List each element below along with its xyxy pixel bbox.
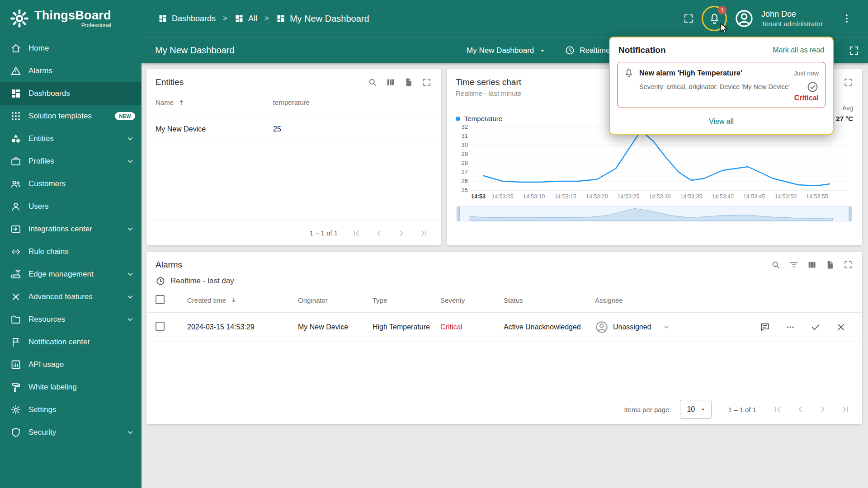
sidebar-item-edge-management[interactable]: Edge management (0, 263, 142, 286)
advanced-features-icon (10, 291, 21, 302)
sort-descending-icon (230, 296, 238, 304)
user-info[interactable]: John Doe Tenant administrator (761, 9, 834, 28)
column-header-created-time[interactable]: Created time (187, 296, 298, 304)
sidebar-item-users[interactable]: Users (0, 195, 142, 218)
export-icon[interactable] (825, 260, 835, 270)
notifications-button[interactable]: 1 (702, 6, 727, 31)
sidebar-item-rule-chains[interactable]: Rule chains (0, 240, 142, 263)
widget-title: Time series chart (456, 77, 521, 87)
svg-text:29: 29 (462, 150, 468, 157)
next-page-icon[interactable] (396, 228, 406, 238)
column-header-assignee[interactable]: Assignee (595, 296, 703, 304)
last-page-icon[interactable] (419, 228, 429, 238)
sidebar-item-alarms[interactable]: Alarms (0, 60, 142, 82)
integrations-center-icon (10, 224, 21, 235)
breadcrumb-label: Dashboards (172, 14, 216, 23)
sidebar-item-home[interactable]: Home (0, 37, 142, 60)
first-page-icon[interactable] (351, 228, 361, 238)
notification-popup: Notification Mark all as read New alarm … (609, 37, 834, 135)
mark-all-read-button[interactable]: Mark all as read (773, 46, 824, 54)
legend-item-temperature[interactable]: Temperature (456, 115, 502, 122)
fullscreen-icon[interactable] (843, 260, 853, 270)
dashboard-state-select[interactable]: My New Dashboard (467, 46, 547, 55)
breadcrumb-current-dashboard[interactable]: My New Dashboard (276, 14, 369, 24)
svg-text:26: 26 (462, 178, 468, 184)
column-header-originator[interactable]: Originator (298, 296, 373, 304)
sidebar-item-api-usage[interactable]: API usage (0, 353, 142, 376)
items-per-page-value: 10 (687, 405, 695, 413)
row-checkbox[interactable] (156, 322, 165, 331)
columns-icon[interactable] (386, 77, 396, 87)
assignee-select[interactable]: Unassigned (595, 320, 703, 334)
alarm-acknowledge-icon[interactable] (811, 322, 821, 332)
column-header-name[interactable]: Name (156, 99, 273, 107)
previous-page-icon[interactable] (374, 228, 384, 238)
fullscreen-icon[interactable] (843, 77, 853, 87)
alarm-more-actions-icon[interactable] (785, 322, 795, 332)
svg-text:14:53: 14:53 (471, 193, 486, 200)
filter-icon[interactable] (789, 260, 799, 270)
svg-text:27: 27 (462, 169, 468, 175)
sidebar-item-dashboards[interactable]: Dashboards (0, 82, 142, 105)
thingsboard-logo[interactable]: ThingsBoard Professional (0, 0, 142, 37)
api-usage-icon (10, 359, 21, 370)
svg-text:14:53:25: 14:53:25 (618, 193, 640, 200)
alarms-timewindow-button[interactable]: Realtime - last day (146, 270, 862, 286)
table-row[interactable]: My New Device 25 (146, 114, 441, 144)
next-page-icon[interactable] (818, 404, 828, 414)
svg-text:14:53:50: 14:53:50 (774, 193, 797, 200)
fullscreen-icon[interactable] (683, 13, 694, 24)
alarm-comment-icon[interactable] (760, 322, 770, 332)
view-all-button[interactable]: View all (709, 117, 734, 126)
svg-text:25: 25 (462, 187, 468, 193)
sidebar-item-security[interactable]: Security (0, 421, 142, 444)
svg-text:14:53:30: 14:53:30 (649, 193, 671, 200)
security-icon (10, 427, 21, 438)
chart-preview-scrollbar[interactable] (457, 206, 852, 221)
sidebar-item-white-labeling[interactable]: White labeling (0, 376, 142, 399)
dashboards-icon (10, 88, 21, 99)
select-all-checkbox[interactable] (156, 295, 165, 304)
columns-icon[interactable] (807, 260, 817, 270)
sidebar-item-settings[interactable]: Settings (0, 399, 142, 421)
search-icon[interactable] (368, 77, 377, 87)
export-icon[interactable] (404, 77, 414, 87)
table-row[interactable]: 2024-03-15 14:53:29 My New Device High T… (146, 312, 862, 342)
alarm-severity: Critical (440, 323, 504, 331)
sidebar-item-customers[interactable]: Customers (0, 173, 142, 195)
sidebar-item-label: Customers (28, 179, 66, 188)
fullscreen-icon[interactable] (422, 77, 432, 87)
last-page-icon[interactable] (840, 404, 850, 414)
white-labeling-icon (10, 382, 21, 393)
search-icon[interactable] (771, 260, 781, 270)
sidebar-item-solution-templates[interactable]: Solution templatesNEW (0, 105, 142, 127)
sidebar-item-advanced-features[interactable]: Advanced features (0, 286, 142, 308)
rule-chains-icon (10, 246, 21, 257)
sidebar-item-integrations-center[interactable]: Integrations center (0, 218, 142, 240)
sidebar-item-label: Alarms (28, 66, 52, 75)
more-menu-icon[interactable] (841, 13, 853, 24)
alarm-clear-icon[interactable] (836, 322, 846, 332)
sidebar-item-profiles[interactable]: Profiles (0, 150, 142, 173)
sidebar-item-entities[interactable]: Entities (0, 127, 142, 150)
sidebar-item-label: Integrations center (28, 225, 92, 234)
avatar-icon[interactable] (734, 9, 754, 28)
breadcrumb-all[interactable]: All (235, 14, 257, 23)
chevron-down-icon (662, 323, 670, 331)
items-per-page-select[interactable]: 10 (680, 400, 712, 419)
column-header-status[interactable]: Status (504, 296, 595, 304)
column-header-severity[interactable]: Severity (440, 296, 504, 304)
mark-read-icon[interactable] (807, 81, 819, 93)
column-header-temperature[interactable]: temperature (273, 99, 432, 106)
previous-page-icon[interactable] (795, 404, 805, 414)
entities-table-header: Name temperature (146, 91, 441, 114)
sidebar-item-resources[interactable]: Resources (0, 308, 142, 331)
sidebar-item-label: API usage (28, 360, 64, 369)
dashboard-fullscreen-icon[interactable] (848, 45, 860, 56)
alarm-created-time: 2024-03-15 14:53:29 (187, 323, 298, 331)
breadcrumb-dashboards[interactable]: Dashboards (158, 14, 216, 23)
notification-item[interactable]: New alarm 'High Temperature' Just now Se… (617, 62, 826, 108)
column-header-type[interactable]: Type (373, 296, 440, 304)
sidebar-item-notification-center[interactable]: Notification center (0, 331, 142, 353)
first-page-icon[interactable] (773, 404, 783, 414)
